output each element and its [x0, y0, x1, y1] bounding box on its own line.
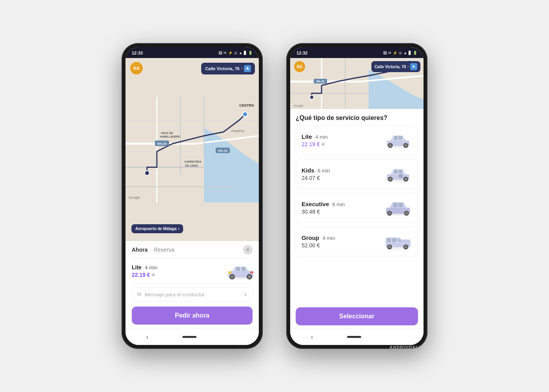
lite-price: 22.19 €	[302, 141, 384, 147]
kids-info: Kids 6 min 24.07 €	[302, 167, 384, 181]
phone-2: 12:32 🖼 ✉ ⚡ ◎ ▲ ▊ 🔋	[286, 43, 427, 349]
watermark: ANDROIDALL	[389, 345, 422, 350]
svg-point-78	[388, 245, 391, 248]
svg-point-10	[243, 112, 247, 117]
executive-name: Executive	[302, 201, 329, 207]
svg-text:HUMILLADERO: HUMILLADERO	[160, 135, 180, 138]
shield-icon: ⚡	[228, 51, 233, 55]
svg-text:DE CÁDIZ: DE CÁDIZ	[185, 164, 198, 167]
svg-text:Google: Google	[129, 196, 140, 200]
svg-text:MA-20: MA-20	[157, 142, 167, 145]
cta-button-1[interactable]: Pedir ahora	[132, 307, 253, 325]
svg-rect-75	[392, 238, 396, 242]
home-indicator-2	[347, 336, 361, 338]
service-price-1: 22.19 €	[132, 272, 225, 278]
message-icon-1: ✉	[137, 291, 142, 298]
service-time-1: 4 min	[145, 265, 157, 270]
battery-icon-2: 🔋	[413, 51, 417, 55]
car-image-1	[225, 262, 253, 279]
group-time: 4 min	[322, 235, 335, 241]
photo-icon-2: 🖼	[383, 51, 387, 55]
svg-point-28	[231, 275, 234, 278]
svg-text:CRUZ DE: CRUZ DE	[161, 132, 173, 134]
tabs-row-1: Ahora Reserva ✕	[132, 241, 253, 258]
cta-button-2[interactable]: Seleccionar	[296, 307, 418, 325]
price-dot-1	[152, 273, 155, 276]
service-card-1[interactable]: Lite 4 min 22.19 €	[132, 258, 253, 284]
chevron-icon-1: ∨	[244, 292, 247, 297]
lite-info: Lite 4 min 22.19 €	[302, 133, 384, 147]
message-row-1[interactable]: ✉ Mensaje para el conductor ∨	[132, 287, 253, 302]
svg-rect-56	[394, 170, 398, 174]
svg-rect-26	[242, 267, 245, 271]
service-option-kids[interactable]: Kids 6 min 24.07 €	[296, 159, 418, 189]
tab-close-1[interactable]: ✕	[243, 245, 253, 254]
svg-point-9	[145, 171, 149, 176]
lite-price-dot	[322, 143, 325, 146]
svg-text:PUERTO: PUERTO	[231, 129, 244, 133]
service-list-panel: ¿Qué tipo de servicio quieres? Lite 4 mi…	[290, 109, 424, 303]
wifi-icon-2: ▲	[404, 51, 407, 55]
group-car-image	[384, 232, 412, 251]
service-name-1: Lite	[132, 264, 142, 270]
avatar-1: RA	[130, 62, 143, 74]
tab-reserve-1[interactable]: Reserva	[154, 247, 174, 253]
back-btn-1[interactable]: ‹	[138, 332, 156, 342]
svg-rect-62	[399, 174, 403, 178]
status-bar-1: 12:33 🖼 ✉ ⚡ ◎ ▲ ▊ 🔋	[125, 47, 259, 58]
wifi-icon: ▲	[239, 51, 242, 55]
kids-car-image	[384, 164, 412, 184]
location-icon: ◎	[234, 51, 237, 55]
service-option-lite[interactable]: Lite 4 min 22.19 €	[296, 125, 418, 155]
svg-rect-32	[250, 271, 253, 274]
mail-icon: ✉	[224, 51, 227, 55]
signal-icon-2: ▊	[409, 51, 411, 55]
origin-label-1: Aeropuerto de Málaga	[135, 227, 176, 231]
status-bar-2: 12:32 🖼 ✉ ⚡ ◎ ▲ ▊ 🔋	[290, 47, 424, 58]
tab-now-1[interactable]: Ahora	[132, 247, 147, 253]
svg-point-53	[404, 144, 407, 147]
svg-point-70	[405, 212, 408, 214]
lite-car-image	[384, 131, 412, 150]
nav-bar-2: ‹	[290, 328, 424, 345]
lite-name: Lite	[302, 133, 312, 140]
nav-bar-1: ‹	[125, 328, 259, 345]
kids-price: 24.07 €	[302, 175, 384, 181]
back-btn-2[interactable]: ‹	[303, 332, 321, 342]
service-option-group[interactable]: Group 4 min 52.00 €	[296, 227, 418, 256]
map-area-2: MA-20 CENTRO Google RA Calle Victoria, 7…	[290, 58, 424, 109]
avatar-2: RA	[294, 61, 305, 72]
svg-text:Google: Google	[293, 104, 304, 107]
svg-point-39	[310, 95, 314, 99]
kids-time: 6 min	[318, 168, 330, 174]
origin-bubble-1[interactable]: Aeropuerto de Málaga ›	[131, 224, 183, 233]
svg-rect-76	[397, 238, 401, 241]
svg-text:CENTRO: CENTRO	[239, 103, 254, 107]
executive-time: 6 min	[333, 201, 345, 207]
svg-rect-74	[387, 238, 391, 242]
arrow-icon-2: ›	[407, 65, 409, 69]
mail-icon-2: ✉	[388, 51, 391, 55]
map-area-1: MA-20 MA-22 CENTRO CRUZ DE HUMILLADERO C…	[125, 58, 259, 241]
destination-bubble-2[interactable]: Calle Victoria, 78 ›	[371, 61, 420, 72]
arrow-icon-1: ›	[241, 67, 242, 71]
svg-rect-65	[393, 203, 397, 207]
service-info-1: Lite 4 min 22.19 €	[132, 264, 225, 278]
map-svg-1: MA-20 MA-22 CENTRO CRUZ DE HUMILLADERO C…	[125, 58, 259, 241]
photo-icon: 🖼	[218, 51, 222, 55]
status-icons-2: 🖼 ✉ ⚡ ◎ ▲ ▊ 🔋	[383, 51, 417, 55]
status-icons-1: 🖼 ✉ ⚡ ◎ ▲ ▊ 🔋	[218, 51, 253, 55]
svg-point-30	[248, 275, 251, 278]
svg-point-59	[389, 178, 392, 180]
svg-point-80	[404, 245, 407, 248]
svg-point-61	[404, 178, 407, 180]
cta-container-2: Seleccionar	[290, 303, 424, 328]
message-text-1: Mensaje para el conductor	[145, 292, 244, 298]
phone-1: 12:33 🖼 ✉ ⚡ ◎ ▲ ▊ 🔋	[122, 43, 263, 349]
svg-point-68	[388, 212, 391, 214]
time-1: 12:33	[132, 51, 143, 55]
group-info: Group 4 min 52.00 €	[302, 234, 384, 249]
destination-bubble-1[interactable]: Calle Victoria, 76 ›	[201, 63, 255, 74]
time-2: 12:32	[296, 51, 307, 55]
service-option-executive[interactable]: Executive 6 min 30.48 €	[296, 193, 418, 223]
